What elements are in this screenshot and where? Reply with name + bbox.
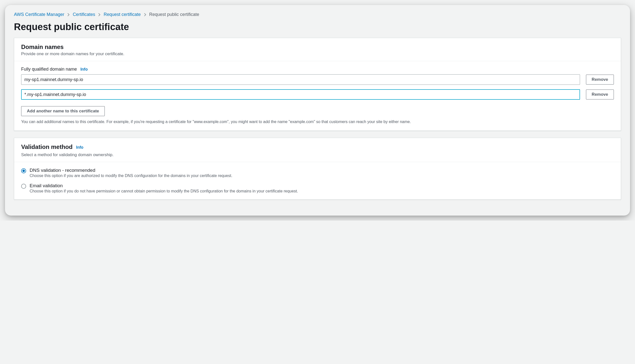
radio-icon [21, 168, 26, 173]
validation-title: Validation method [21, 144, 73, 150]
radio-desc: Choose this option if you do not have pe… [30, 189, 298, 194]
fqdn-label-row: Fully qualified domain name Info [21, 67, 614, 72]
breadcrumb-link-request[interactable]: Request certificate [104, 12, 141, 17]
panel-header: Validation method Info Select a method f… [14, 138, 621, 162]
validation-option-dns[interactable]: DNS validation - recommended Choose this… [21, 168, 614, 178]
validation-method-panel: Validation method Info Select a method f… [14, 138, 621, 200]
page-title: Request public certificate [14, 22, 621, 32]
domain-row-0: Remove [21, 74, 614, 85]
domain-helper-text: You can add additional names to this cer… [21, 119, 614, 124]
add-another-name-button[interactable]: Add another name to this certificate [21, 106, 105, 116]
domain-names-desc: Provide one or more domain names for you… [21, 52, 614, 56]
chevron-right-icon [67, 13, 70, 16]
radio-label: Email validation [30, 183, 298, 188]
breadcrumb-link-certificates[interactable]: Certificates [73, 12, 95, 17]
domain-names-panel: Domain names Provide one or more domain … [14, 38, 621, 131]
breadcrumb-link-acm[interactable]: AWS Certificate Manager [14, 12, 64, 17]
remove-button-0[interactable]: Remove [586, 74, 614, 84]
radio-label: DNS validation - recommended [30, 168, 232, 173]
domain-names-title: Domain names [21, 44, 614, 50]
validation-option-email[interactable]: Email validation Choose this option if y… [21, 183, 614, 194]
panel-body: DNS validation - recommended Choose this… [14, 162, 621, 200]
radio-desc: Choose this option if you are authorized… [30, 174, 232, 178]
chevron-right-icon [144, 13, 146, 16]
info-link[interactable]: Info [80, 67, 88, 72]
breadcrumb: AWS Certificate Manager Certificates Req… [14, 12, 621, 17]
validation-desc: Select a method for validating domain ow… [21, 152, 614, 158]
panel-header: Domain names Provide one or more domain … [14, 38, 621, 61]
remove-button-1[interactable]: Remove [586, 90, 614, 100]
breadcrumb-current: Request public certificate [149, 12, 199, 17]
domain-input-0[interactable] [21, 74, 580, 85]
page-container: AWS Certificate Manager Certificates Req… [5, 5, 630, 216]
chevron-right-icon [98, 13, 101, 16]
fqdn-label: Fully qualified domain name [21, 67, 77, 72]
panel-body: Fully qualified domain name Info Remove … [14, 61, 621, 130]
domain-row-1: Remove [21, 89, 614, 100]
radio-icon [21, 184, 26, 189]
domain-input-1[interactable] [21, 89, 580, 100]
info-link[interactable]: Info [76, 145, 83, 150]
